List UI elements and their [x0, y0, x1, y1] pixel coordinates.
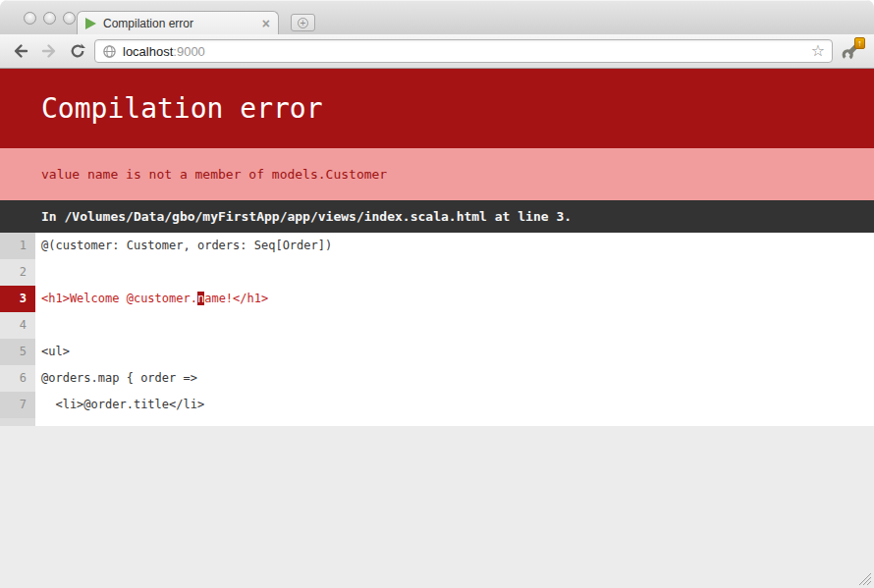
window-zoom-button[interactable]	[63, 12, 76, 25]
forward-arrow-icon	[40, 42, 58, 60]
tab-compilation-error[interactable]: Compilation error ×	[77, 11, 279, 34]
error-location: In /Volumes/Data/gbo/myFirstApp/app/view…	[41, 209, 572, 224]
error-message: value name is not a member of models.Cus…	[41, 167, 387, 182]
globe-icon	[102, 44, 117, 59]
line-number: 4	[0, 312, 35, 339]
code-line-1: 1@(customer: Customer, orders: Seq[Order…	[0, 233, 874, 259]
back-button[interactable]	[9, 39, 32, 63]
reload-icon	[69, 42, 86, 60]
bookmark-star-icon[interactable]: ☆	[811, 43, 825, 59]
code-line-6: 6@orders.map { order =>	[0, 365, 874, 392]
code-line-2: 2	[0, 259, 874, 286]
gutter-stub	[0, 418, 35, 426]
code-text: <li>@order.title</li>	[35, 392, 204, 418]
url-text[interactable]: localhost:9000	[123, 44, 811, 59]
plus-icon: +	[298, 18, 308, 28]
line-number: 5	[0, 339, 35, 365]
error-message-bar: value name is not a member of models.Cus…	[0, 148, 874, 200]
code-text-pre: <h1>Welcome @customer.	[41, 292, 197, 305]
back-arrow-icon	[12, 42, 29, 60]
code-text: @orders.map { order =>	[35, 365, 197, 392]
url-port: :9000	[173, 44, 205, 59]
code-text: <ul>	[35, 339, 70, 365]
code-text-post: ame!</h1>	[204, 292, 268, 305]
code-text	[35, 259, 41, 286]
line-number: 7	[0, 392, 35, 418]
play-framework-icon	[85, 18, 96, 29]
line-number: 1	[0, 233, 35, 259]
window-close-button[interactable]	[24, 12, 36, 25]
code-line-4: 4	[0, 312, 874, 339]
reload-button[interactable]	[66, 39, 89, 63]
line-number: 6	[0, 365, 35, 392]
source-code-listing: 1@(customer: Customer, orders: Seq[Order…	[0, 233, 874, 418]
browser-window: Compilation error × +	[0, 0, 874, 588]
code-text: @(customer: Customer, orders: Seq[Order]…	[35, 233, 332, 259]
line-number: 3	[0, 286, 35, 312]
update-badge: ↑	[854, 37, 865, 49]
tab-strip: Compilation error × +	[0, 0, 874, 34]
code-line-7: 7 <li>@order.title</li>	[0, 392, 874, 418]
error-location-bar: In /Volumes/Data/gbo/myFirstApp/app/view…	[0, 200, 874, 233]
code-text: <h1>Welcome @customer.name!</h1>	[35, 286, 268, 312]
url-host: localhost	[123, 44, 173, 59]
line-number: 2	[0, 259, 35, 286]
code-line-5: 5<ul>	[0, 339, 874, 365]
source-listing-footer	[0, 418, 874, 426]
resize-grip-icon[interactable]	[857, 571, 872, 586]
forward-button[interactable]	[37, 39, 61, 63]
code-text	[35, 312, 41, 339]
address-bar[interactable]: localhost:9000 ☆	[94, 39, 833, 63]
settings-wrench-button[interactable]: ↑	[838, 38, 865, 64]
new-tab-button[interactable]: +	[291, 14, 315, 31]
window-minimize-button[interactable]	[43, 12, 56, 25]
navigation-toolbar: localhost:9000 ☆ ↑	[0, 34, 874, 69]
error-header: Compilation error	[0, 69, 874, 148]
page-background	[0, 426, 874, 588]
tab-title: Compilation error	[103, 17, 256, 30]
error-title: Compilation error	[41, 92, 323, 125]
code-line-3: 3<h1>Welcome @customer.name!</h1>	[0, 286, 874, 312]
tab-close-icon[interactable]: ×	[262, 17, 270, 30]
